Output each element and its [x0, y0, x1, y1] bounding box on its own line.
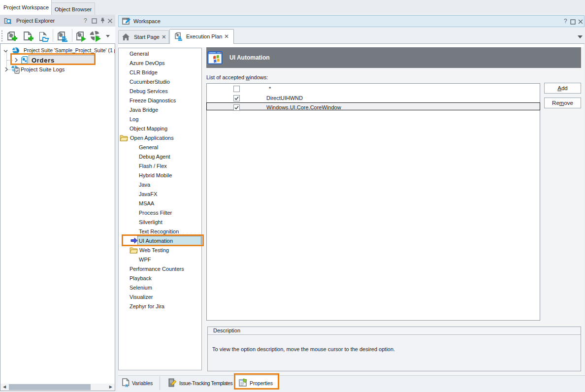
- svg-text:x: x: [125, 382, 128, 388]
